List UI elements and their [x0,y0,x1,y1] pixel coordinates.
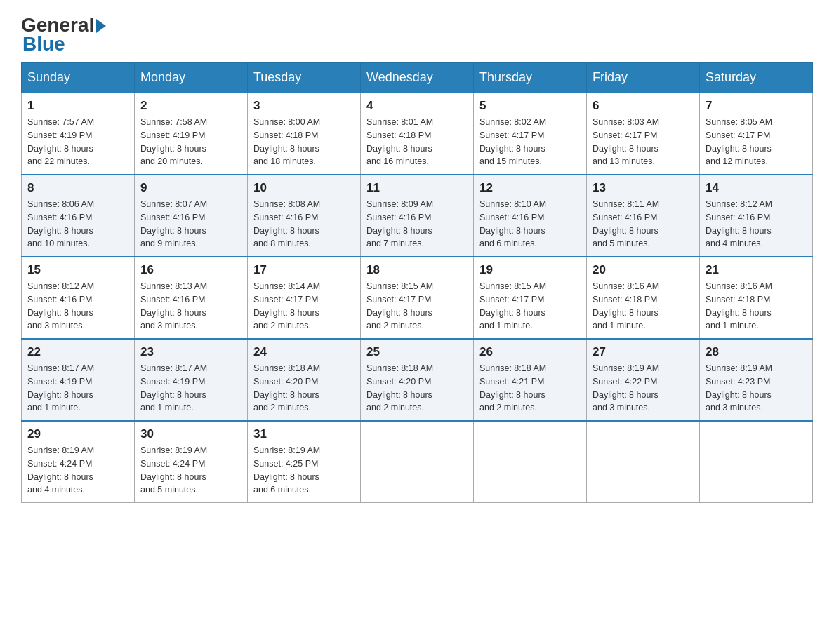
day-detail-line: Sunrise: 8:03 AM [593,117,659,127]
day-detail-line: Sunrise: 8:17 AM [140,363,207,373]
day-detail-line: and 16 minutes. [366,156,429,166]
day-detail-line: Daylight: 8 hours [593,308,658,318]
calendar-cell: 8 Sunrise: 8:06 AMSunset: 4:16 PMDayligh… [22,175,135,257]
day-info: Sunrise: 8:14 AMSunset: 4:17 PMDaylight:… [253,280,355,333]
calendar-cell: 4 Sunrise: 8:01 AMSunset: 4:18 PMDayligh… [361,93,474,175]
day-number: 7 [706,99,807,113]
day-info: Sunrise: 8:15 AMSunset: 4:17 PMDaylight:… [366,280,468,333]
day-detail-line: and 5 minutes. [140,485,198,495]
calendar-cell: 23 Sunrise: 8:17 AMSunset: 4:19 PMDaylig… [135,339,248,421]
day-detail-line: Sunrise: 7:57 AM [27,117,94,127]
day-number: 30 [140,427,241,441]
calendar-cell: 9 Sunrise: 8:07 AMSunset: 4:16 PMDayligh… [135,175,248,257]
day-detail-line: Sunrise: 8:00 AM [253,117,320,127]
day-detail-line: Sunset: 4:17 PM [706,130,770,140]
calendar-cell: 19 Sunrise: 8:15 AMSunset: 4:17 PMDaylig… [474,257,587,339]
day-detail-line: Sunrise: 8:07 AM [140,199,207,209]
day-detail-line: Sunrise: 8:17 AM [27,363,94,373]
day-detail-line: Sunset: 4:18 PM [593,295,657,304]
day-detail-line: and 10 minutes. [27,239,90,248]
day-info: Sunrise: 8:19 AMSunset: 4:25 PMDaylight:… [253,444,355,497]
day-info: Sunrise: 8:00 AMSunset: 4:18 PMDaylight:… [253,116,355,168]
day-number: 19 [479,263,581,277]
calendar-cell: 13 Sunrise: 8:11 AMSunset: 4:16 PMDaylig… [587,175,700,257]
day-detail-line: and 22 minutes. [27,156,90,166]
day-detail-line: Sunset: 4:16 PM [479,213,544,222]
day-detail-line: Daylight: 8 hours [253,308,319,318]
calendar-cell: 16 Sunrise: 8:13 AMSunset: 4:16 PMDaylig… [135,257,248,339]
day-number: 8 [27,181,128,195]
day-info: Sunrise: 8:12 AMSunset: 4:16 PMDaylight:… [27,280,128,333]
day-info: Sunrise: 8:06 AMSunset: 4:16 PMDaylight:… [27,198,128,250]
day-number: 22 [27,345,128,359]
day-detail-line: Sunset: 4:22 PM [593,377,657,387]
day-detail-line: and 20 minutes. [140,156,203,166]
calendar-cell: 17 Sunrise: 8:14 AMSunset: 4:17 PMDaylig… [248,257,361,339]
day-detail-line: Sunrise: 8:02 AM [479,117,546,127]
day-detail-line: Sunset: 4:19 PM [27,377,92,387]
calendar-cell: 12 Sunrise: 8:10 AMSunset: 4:16 PMDaylig… [474,175,587,257]
day-of-week-header: Monday [135,63,248,93]
day-detail-line: Sunset: 4:16 PM [140,295,205,304]
day-detail-line: and 12 minutes. [706,156,768,166]
day-detail-line: Sunrise: 8:09 AM [366,199,433,209]
day-info: Sunrise: 8:18 AMSunset: 4:21 PMDaylight:… [479,362,581,415]
day-number: 10 [253,181,355,195]
day-info: Sunrise: 8:18 AMSunset: 4:20 PMDaylight:… [253,362,355,415]
day-detail-line: Sunrise: 8:19 AM [593,363,659,373]
day-number: 3 [253,99,355,113]
day-number: 12 [479,181,581,195]
day-detail-line: Sunset: 4:24 PM [27,459,92,469]
day-detail-line: Sunset: 4:25 PM [253,459,318,469]
day-detail-line: Sunset: 4:19 PM [140,377,205,387]
day-of-week-header: Thursday [474,63,587,93]
day-detail-line: Sunset: 4:19 PM [140,130,205,140]
calendar-cell: 2 Sunrise: 7:58 AMSunset: 4:19 PMDayligh… [135,93,248,175]
calendar-cell [474,421,587,503]
day-detail-line: and 2 minutes. [479,403,537,412]
day-detail-line: and 6 minutes. [479,239,537,248]
day-number: 1 [27,99,128,113]
calendar-cell: 24 Sunrise: 8:18 AMSunset: 4:20 PMDaylig… [248,339,361,421]
calendar-cell: 10 Sunrise: 8:08 AMSunset: 4:16 PMDaylig… [248,175,361,257]
day-detail-line: Daylight: 8 hours [253,390,319,400]
day-detail-line: Daylight: 8 hours [253,472,319,482]
day-detail-line: Daylight: 8 hours [366,144,432,154]
logo: General Blue [21,14,106,55]
day-detail-line: Sunrise: 8:14 AM [253,281,320,291]
day-number: 18 [366,263,468,277]
day-info: Sunrise: 8:17 AMSunset: 4:19 PMDaylight:… [140,362,241,415]
calendar-cell [700,421,813,503]
calendar-cell: 25 Sunrise: 8:18 AMSunset: 4:20 PMDaylig… [361,339,474,421]
day-info: Sunrise: 8:07 AMSunset: 4:16 PMDaylight:… [140,198,241,250]
day-detail-line: and 2 minutes. [253,321,311,330]
calendar-cell: 30 Sunrise: 8:19 AMSunset: 4:24 PMDaylig… [135,421,248,503]
day-detail-line: Daylight: 8 hours [593,390,658,400]
day-detail-line: Sunrise: 8:01 AM [366,117,433,127]
day-detail-line: Sunrise: 8:19 AM [706,363,772,373]
day-number: 31 [253,427,355,441]
calendar-cell: 21 Sunrise: 8:16 AMSunset: 4:18 PMDaylig… [700,257,813,339]
day-number: 4 [366,99,468,113]
day-detail-line: Sunset: 4:17 PM [366,295,431,304]
day-number: 2 [140,99,241,113]
day-detail-line: Sunset: 4:23 PM [706,377,770,387]
day-info: Sunrise: 8:08 AMSunset: 4:16 PMDaylight:… [253,198,355,250]
day-detail-line: and 1 minute. [140,403,194,412]
calendar-table: SundayMondayTuesdayWednesdayThursdayFrid… [21,62,813,503]
day-detail-line: Sunrise: 8:18 AM [366,363,433,373]
day-detail-line: Sunrise: 8:15 AM [479,281,546,291]
page-header: General Blue [21,14,813,55]
day-detail-line: Sunrise: 8:19 AM [27,445,94,455]
day-info: Sunrise: 8:18 AMSunset: 4:20 PMDaylight:… [366,362,468,415]
day-detail-line: Sunrise: 8:06 AM [27,199,94,209]
day-detail-line: Sunset: 4:19 PM [27,130,92,140]
day-number: 11 [366,181,468,195]
day-detail-line: and 13 minutes. [593,156,655,166]
day-detail-line: Daylight: 8 hours [479,226,545,236]
day-detail-line: Sunset: 4:21 PM [479,377,544,387]
calendar-cell: 1 Sunrise: 7:57 AMSunset: 4:19 PMDayligh… [22,93,135,175]
day-detail-line: Daylight: 8 hours [140,390,206,400]
day-detail-line: Sunrise: 8:15 AM [366,281,433,291]
day-info: Sunrise: 8:19 AMSunset: 4:24 PMDaylight:… [140,444,241,497]
